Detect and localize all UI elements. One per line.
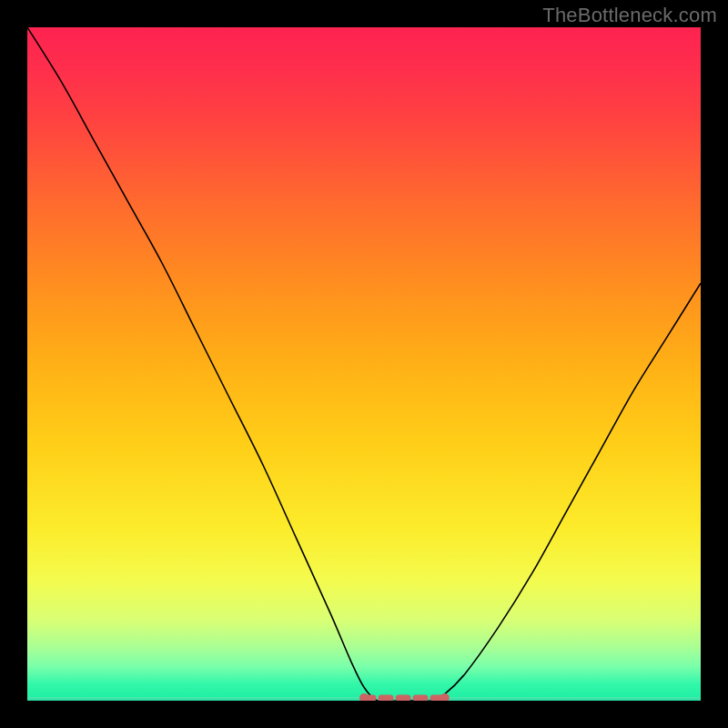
curve-svg [27, 27, 701, 701]
flat-region-end-dot [440, 693, 450, 701]
plot-area [27, 27, 701, 701]
chart-frame: TheBottleneck.com [0, 0, 728, 728]
watermark-text: TheBottleneck.com [542, 4, 717, 27]
flat-region-start-dot [359, 693, 369, 701]
bottleneck-curve [27, 27, 701, 701]
